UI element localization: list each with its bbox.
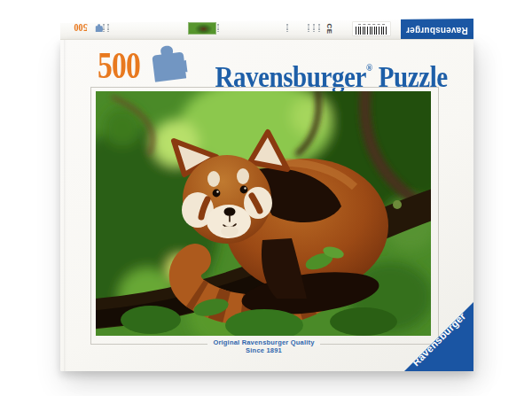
micro-text-mark	[286, 24, 288, 32]
product-photo-scene: 500 CE Ravensburger 500	[0, 0, 532, 396]
top-edge-piece-count: 500	[70, 22, 91, 33]
micro-text-mark	[308, 24, 309, 32]
red-panda-illustration	[96, 91, 431, 336]
ce-mark: CE	[325, 23, 333, 34]
puzzle-motif-photo	[96, 91, 431, 336]
micro-text-mark	[107, 24, 109, 32]
box-front-face: 500 Ravensburger®Puzzle	[60, 39, 473, 371]
quality-tagline: Original Ravensburger Quality Since 1891	[90, 338, 437, 354]
micro-text-mark	[103, 24, 105, 32]
piece-count: 500	[98, 48, 140, 83]
puzzle-piece-icon	[144, 43, 189, 82]
micro-text-mark	[217, 24, 219, 32]
quality-line1: Original Ravensburger Quality	[207, 338, 319, 346]
top-edge-brand-band: Ravensburger	[401, 18, 473, 41]
registered-mark: ®	[366, 62, 372, 73]
barcode-number	[358, 24, 385, 25]
box-left-crease	[64, 40, 66, 371]
puzzle-box: 500 CE Ravensburger 500	[60, 18, 473, 370]
motif-thumbnail	[188, 22, 216, 35]
box-top-edge: 500 CE Ravensburger	[60, 18, 473, 41]
micro-text-mark	[318, 24, 320, 32]
micro-text-mark	[313, 24, 315, 32]
barcode-bars	[356, 27, 387, 35]
top-edge-brand-label: Ravensburger	[406, 24, 468, 35]
puzzle-piece-icon	[94, 24, 103, 32]
barcode	[353, 22, 390, 35]
quality-line2: Since 1891	[246, 346, 282, 354]
